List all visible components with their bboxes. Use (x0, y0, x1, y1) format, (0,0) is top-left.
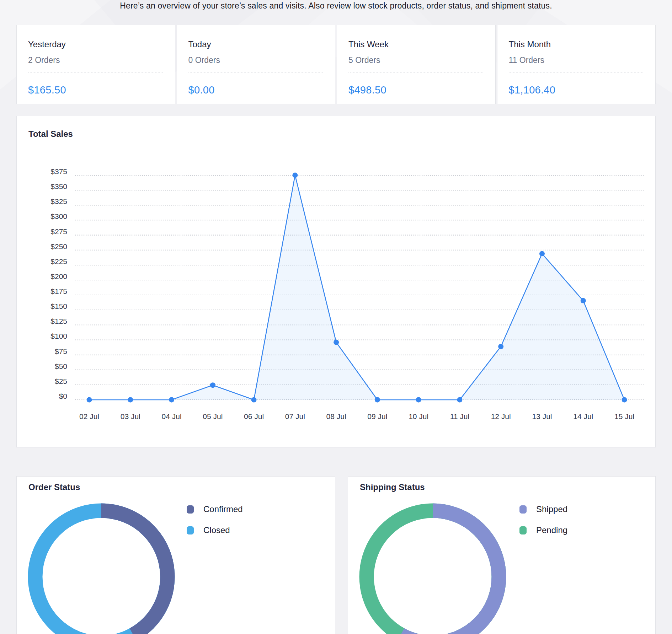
svg-text:02 Jul: 02 Jul (79, 412, 99, 420)
stat-amount: $0.00 (188, 84, 323, 96)
stats-row: Yesterday 2 Orders $165.50 Today 0 Order… (16, 25, 656, 104)
order-status-donut-chart[interactable] (17, 477, 230, 634)
legend-item-confirmed: Confirmed (187, 504, 243, 514)
stat-amount: $498.50 (348, 84, 483, 96)
stat-card-this-month: This Month 11 Orders $1,106.40 (497, 25, 656, 104)
svg-text:$325: $325 (50, 197, 67, 205)
svg-text:12 Jul: 12 Jul (491, 412, 511, 420)
svg-text:$225: $225 (50, 257, 67, 265)
stat-amount: $1,106.40 (509, 84, 644, 96)
legend-label: Shipped (536, 504, 567, 514)
svg-text:$50: $50 (55, 362, 67, 370)
svg-text:$300: $300 (50, 212, 67, 220)
stat-amount: $165.50 (28, 84, 163, 96)
svg-text:$25: $25 (55, 377, 67, 385)
svg-text:$175: $175 (50, 287, 67, 295)
legend-item-closed: Closed (187, 525, 243, 535)
total-sales-card: Total Sales $375$350$325$300$275$250$225… (16, 116, 656, 447)
svg-text:09 Jul: 09 Jul (367, 412, 387, 420)
divider (348, 72, 483, 73)
stat-card-yesterday: Yesterday 2 Orders $165.50 (16, 25, 175, 104)
svg-text:15 Jul: 15 Jul (614, 412, 634, 420)
svg-text:06 Jul: 06 Jul (244, 412, 264, 420)
legend-item-pending: Pending (519, 525, 567, 535)
stat-orders: 5 Orders (348, 55, 483, 65)
legend-item-shipped: Shipped (519, 504, 567, 514)
closed-swatch-icon (187, 526, 194, 534)
divider (188, 72, 323, 73)
shipping-status-legend: Shipped Pending (519, 504, 567, 535)
svg-text:11 Jul: 11 Jul (450, 412, 469, 420)
svg-text:07 Jul: 07 Jul (285, 412, 305, 420)
svg-text:$275: $275 (50, 227, 67, 236)
svg-text:$0: $0 (59, 392, 67, 400)
order-status-card: Order Status Confirmed Closed (16, 476, 335, 634)
svg-text:$200: $200 (50, 272, 67, 280)
svg-text:10 Jul: 10 Jul (409, 412, 428, 420)
svg-text:08 Jul: 08 Jul (326, 412, 346, 420)
svg-text:14 Jul: 14 Jul (573, 412, 593, 420)
shipping-status-donut-chart[interactable] (348, 477, 561, 634)
svg-text:$150: $150 (50, 302, 67, 310)
svg-text:$375: $375 (50, 167, 67, 176)
stat-title: Yesterday (28, 39, 163, 49)
store-overview-description: Here’s an overview of your store’s sales… (0, 1, 672, 11)
svg-text:05 Jul: 05 Jul (203, 412, 223, 420)
stat-title: This Month (509, 39, 644, 49)
svg-text:$100: $100 (50, 332, 67, 340)
shipping-status-card: Shipping Status Shipped Pending (348, 476, 656, 634)
pending-swatch-icon (519, 526, 527, 534)
stat-title: This Week (348, 39, 483, 49)
confirmed-swatch-icon (187, 505, 194, 514)
stat-orders: 0 Orders (188, 55, 323, 65)
order-status-legend: Confirmed Closed (187, 504, 243, 535)
stat-orders: 2 Orders (28, 55, 163, 65)
divider (28, 72, 163, 73)
divider (509, 72, 644, 73)
stat-title: Today (188, 39, 323, 49)
legend-label: Pending (536, 525, 567, 535)
svg-text:$350: $350 (50, 182, 67, 190)
svg-text:04 Jul: 04 Jul (162, 412, 182, 420)
legend-label: Closed (203, 525, 230, 535)
shipped-swatch-icon (519, 505, 527, 514)
svg-text:$75: $75 (55, 347, 67, 355)
total-sales-line-chart[interactable]: $375$350$325$300$275$250$225$200$175$150… (17, 116, 655, 447)
svg-text:$250: $250 (50, 242, 67, 251)
svg-text:03 Jul: 03 Jul (121, 412, 140, 420)
stat-card-this-week: This Week 5 Orders $498.50 (337, 25, 496, 104)
svg-text:13 Jul: 13 Jul (532, 412, 552, 420)
svg-text:$125: $125 (50, 317, 67, 325)
stat-card-today: Today 0 Orders $0.00 (177, 25, 336, 104)
stat-orders: 11 Orders (509, 55, 644, 65)
legend-label: Confirmed (203, 504, 243, 514)
